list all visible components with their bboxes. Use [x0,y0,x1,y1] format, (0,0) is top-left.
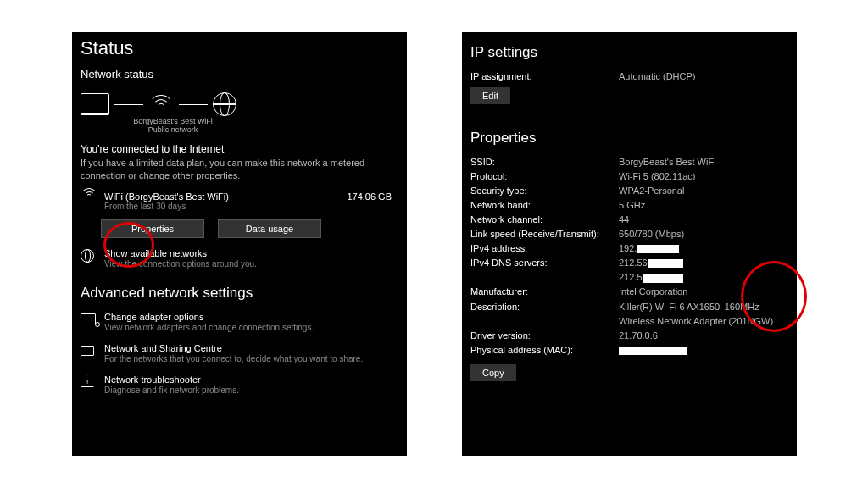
network-diagram [81,92,398,116]
protocol-row: Protocol:Wi-Fi 5 (802.11ac) [470,169,788,184]
connected-description: If you have a limited data plan, you can… [81,157,398,182]
edit-ip-button[interactable]: Edit [470,87,510,104]
network-sharing-centre-link[interactable]: Network and Sharing Centre For the netwo… [81,343,398,364]
redacted-block [637,245,679,253]
network-status-heading: Network status [81,68,398,80]
advanced-settings-heading: Advanced network settings [81,285,398,302]
connection-line-icon [114,104,143,105]
manufacturer-value: Intel Corporation [619,285,788,299]
warning-icon: ! [81,375,94,387]
protocol-label: Protocol: [470,169,619,184]
adapter-icon [81,313,96,324]
mac-value [619,343,788,358]
status-panel: Status Network status BorgyBeast's Best … [72,32,407,456]
ipv4-label: IPv4 address: [470,241,619,256]
wifi-icon [81,191,96,203]
dns-label: IPv4 DNS servers: [470,256,619,270]
properties-heading: Properties [470,130,788,147]
connected-heading: You're connected to the Internet [81,143,398,155]
troubleshooter-desc: Diagnose and fix network problems. [104,385,239,396]
properties-button[interactable]: Properties [101,219,204,238]
linkspeed-label: Link speed (Receive/Transmit): [470,227,619,241]
manufacturer-label: Manufacturer: [470,285,619,299]
page-title: Status [81,37,398,59]
sharing-desc: For the networks that you connect to, de… [104,353,363,364]
redacted-block [648,259,683,268]
adapter-desc: View network adapters and change connect… [104,322,314,333]
security-label: Security type: [470,184,619,198]
copy-button[interactable]: Copy [470,364,516,381]
change-adapter-options-link[interactable]: Change adapter options View network adap… [81,312,398,333]
driver-row: Driver version:21.70.0.6 [470,329,788,343]
diagram-caption: BorgyBeast's Best WiFiPublic network [126,118,220,135]
band-label: Network band: [470,198,619,213]
protocol-value: Wi-Fi 5 (802.11ac) [619,169,788,184]
linkspeed-value: 650/780 (Mbps) [619,227,788,241]
ip-assignment-value: Automatic (DHCP) [619,69,788,84]
ipv4-row: IPv4 address:192. [470,241,788,256]
globe-icon [81,249,94,263]
ip-assignment-row: IP assignment: Automatic (DHCP) [470,69,788,84]
show-available-networks-link[interactable]: Show available networks View the connect… [81,248,398,269]
current-connection-row: WiFi (BorgyBeast's Best WiFi) From the l… [81,191,398,211]
manufacturer-row: Manufacturer:Intel Corporation [470,285,788,299]
laptop-icon [81,93,109,115]
wifi-icon [148,95,174,114]
redacted-block [619,347,687,355]
description-value: Killer(R) Wi-Fi 6 AX1650i 160MHz Wireles… [619,300,788,329]
dns-row: IPv4 DNS servers:212.56212.5 [470,256,788,285]
ssid-value: BorgyBeast's Best WiFi [619,155,788,169]
available-networks-desc: View the connection options around you. [104,258,257,269]
dns-value: 212.56212.5 [619,256,788,285]
redacted-block [643,274,683,283]
available-networks-title: Show available networks [104,248,257,258]
sharing-icon [81,346,94,356]
adapter-title: Change adapter options [104,312,314,322]
linkspeed-row: Link speed (Receive/Transmit):650/780 (M… [470,227,788,241]
driver-value: 21.70.0.6 [619,329,788,343]
band-value: 5 GHz [619,198,788,213]
mac-label: Physical address (MAC): [470,343,619,358]
network-troubleshooter-link[interactable]: ! Network troubleshooter Diagnose and fi… [81,374,398,396]
channel-row: Network channel:44 [470,213,788,227]
connection-name: WiFi (BorgyBeast's Best WiFi) [104,191,338,202]
sharing-title: Network and Sharing Centre [104,343,363,353]
ip-settings-heading: IP settings [470,44,788,61]
description-label: Description: [470,300,619,314]
driver-label: Driver version: [470,329,619,343]
security-row: Security type:WPA2-Personal [470,184,788,198]
properties-panel: IP settings IP assignment: Automatic (DH… [462,32,797,456]
connection-usage-value: 174.06 GB [347,191,392,202]
troubleshooter-title: Network troubleshooter [104,374,239,385]
connection-subtext: From the last 30 days [104,202,338,211]
description-row: Description:Killer(R) Wi-Fi 6 AX1650i 16… [470,300,788,329]
connection-line-icon [179,104,208,105]
mac-row: Physical address (MAC): [470,343,788,358]
channel-label: Network channel: [470,213,619,227]
channel-value: 44 [619,213,788,227]
globe-icon [213,92,236,116]
ip-assignment-label: IP assignment: [470,69,619,84]
security-value: WPA2-Personal [619,184,788,198]
data-usage-button[interactable]: Data usage [218,219,321,238]
ipv4-value: 192. [619,241,788,256]
ssid-label: SSID: [470,155,619,169]
ssid-row: SSID:BorgyBeast's Best WiFi [470,155,788,169]
band-row: Network band:5 GHz [470,198,788,213]
